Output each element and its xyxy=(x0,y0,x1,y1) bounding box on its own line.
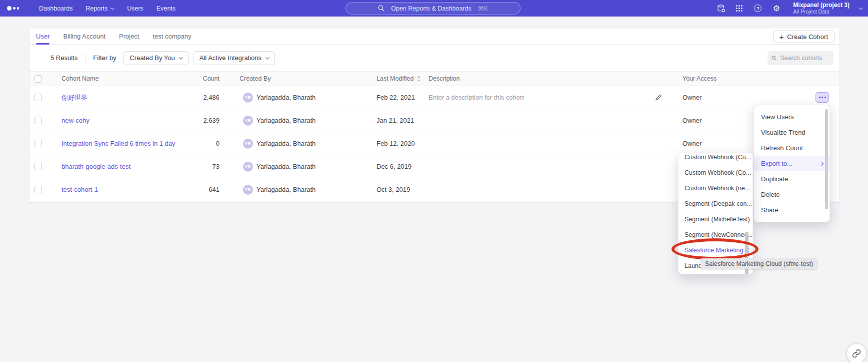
menu-item-export-to[interactable]: Export to... xyxy=(754,156,830,171)
cohort-name-link[interactable]: new-cohy xyxy=(62,117,90,124)
menu-item-duplicate[interactable]: Duplicate xyxy=(754,171,830,187)
submenu-item-custom-webhook-1[interactable]: Custom Webhook (Cu... xyxy=(678,153,752,165)
settings-gear-icon[interactable]: ⚙ xyxy=(772,4,781,13)
export-submenu: Custom Webhook (Cu... Custom Webhook (Co… xyxy=(678,153,753,274)
data-management-icon[interactable] xyxy=(716,4,726,13)
table-row: Integration Sync Failed 6 times in 1 day… xyxy=(30,132,840,155)
tab-user[interactable]: User xyxy=(36,29,50,44)
menu-item-delete[interactable]: Delete xyxy=(754,187,830,202)
row-checkbox[interactable] xyxy=(34,140,42,147)
menu-scrollbar[interactable] xyxy=(825,109,828,209)
submenu-item-segment-2[interactable]: Segment (MichelleTest) xyxy=(678,211,752,227)
divider xyxy=(85,54,86,63)
cohort-name-link[interactable]: 你好世界 xyxy=(62,93,88,102)
header-description: Description xyxy=(428,72,460,86)
header-last-modified[interactable]: Last Modified xyxy=(376,72,421,86)
project-scope: All Project Data xyxy=(793,9,850,15)
avatar: YB xyxy=(243,93,253,103)
sort-icon xyxy=(416,76,421,82)
menu-item-view-users[interactable]: View Users xyxy=(754,109,830,125)
apps-grid-icon[interactable] xyxy=(734,4,744,13)
search-cohorts-input[interactable] xyxy=(780,55,830,62)
results-count: 5 Results xyxy=(50,54,78,62)
search-icon xyxy=(772,55,776,61)
create-cohort-button[interactable]: + Create Cohort xyxy=(773,31,834,43)
project-name: Mixpanel (project 3) xyxy=(793,2,850,9)
created-by-filter-label: Created By You xyxy=(130,54,174,62)
header-your-access: Your Access xyxy=(682,72,716,86)
submenu-item-segment-1[interactable]: Segment (Deepak con... xyxy=(678,196,752,211)
cohort-modified: Feb 22, 2021 xyxy=(376,86,415,109)
chevron-right-icon xyxy=(820,161,824,165)
mixpanel-logo-icon[interactable] xyxy=(7,6,19,11)
nav-dashboards[interactable]: Dashboards xyxy=(39,5,72,12)
chevron-down-icon xyxy=(179,55,183,59)
nav-events[interactable]: Events xyxy=(156,5,176,12)
avatar: YB xyxy=(243,162,253,172)
cohort-creator: Yarlagadda, Bharath xyxy=(256,86,316,109)
integrations-filter-label: All Active Integrations xyxy=(200,54,262,62)
cohort-modified: Feb 12, 2020 xyxy=(376,132,415,155)
cohort-count: 2,486 xyxy=(170,86,220,109)
row-checkbox[interactable] xyxy=(34,186,42,193)
top-nav: Dashboards Reports Users Events Open Rep… xyxy=(0,0,868,17)
chevron-down-icon xyxy=(266,55,270,59)
cohort-creator: Yarlagadda, Bharath xyxy=(256,178,316,201)
table-header: Cohort Name Count Created By Last Modifi… xyxy=(30,71,840,86)
nav-users[interactable]: Users xyxy=(127,5,144,12)
avatar: YB xyxy=(243,139,253,149)
cohort-creator: Yarlagadda, Bharath xyxy=(256,132,316,155)
header-count: Count xyxy=(170,72,220,86)
nav-reports-label: Reports xyxy=(86,5,108,12)
search-cohorts-box[interactable] xyxy=(768,51,834,65)
nav-reports[interactable]: Reports xyxy=(86,5,114,12)
cohort-name-link[interactable]: Integration Sync Failed 6 times in 1 day xyxy=(62,140,176,147)
row-actions-button[interactable] xyxy=(816,92,829,103)
cohort-modified: Oct 3, 2019 xyxy=(376,178,410,201)
link-icon xyxy=(852,349,861,358)
submenu-item-custom-webhook-2[interactable]: Custom Webhook (Co... xyxy=(678,165,752,180)
created-by-filter[interactable]: Created By You xyxy=(124,51,188,65)
submenu-item-salesforce-marketing-cloud[interactable]: Salesforce Marketing C... xyxy=(678,242,752,258)
integrations-filter[interactable]: All Active Integrations xyxy=(194,51,275,65)
cohort-creator: Yarlagadda, Bharath xyxy=(256,155,316,178)
global-search-bar[interactable]: Open Reports & Dashboards ⌘K xyxy=(346,2,520,15)
cohort-modified: Dec 6, 2019 xyxy=(376,155,412,178)
plus-icon: + xyxy=(780,33,784,41)
search-icon xyxy=(378,5,384,12)
cohort-name-link[interactable]: test-cohort-1 xyxy=(62,186,98,193)
select-all-checkbox[interactable] xyxy=(34,75,42,83)
share-link-floating-button[interactable] xyxy=(847,344,866,362)
search-shortcut: ⌘K xyxy=(478,5,488,12)
edit-description-icon[interactable] xyxy=(654,86,662,109)
menu-item-refresh-count[interactable]: Refresh Count xyxy=(754,140,830,156)
header-cohort-name: Cohort Name xyxy=(62,72,98,86)
tab-test-company[interactable]: test company xyxy=(152,29,191,44)
cohort-modified: Jan 21, 2021 xyxy=(376,109,414,132)
row-checkbox[interactable] xyxy=(34,163,42,170)
global-search-placeholder: Open Reports & Dashboards xyxy=(391,5,472,12)
cohort-name-link[interactable]: bharath-google-ads-test xyxy=(62,163,130,170)
cohort-type-tabs: User Billing Account Project test compan… xyxy=(30,29,840,45)
access-label: Owner xyxy=(682,132,702,155)
row-checkbox[interactable] xyxy=(34,94,42,101)
description-placeholder[interactable]: Enter a description for this cohort xyxy=(428,86,524,109)
filter-by-label: Filter by xyxy=(93,54,116,62)
table-row: new-cohy 2,639 YB Yarlagadda, Bharath Ja… xyxy=(30,109,840,132)
header-created-by: Created By xyxy=(240,72,271,86)
salesforce-tooltip: Salesforce Marketing Cloud (sfmc-test) xyxy=(700,258,818,269)
create-cohort-label: Create Cohort xyxy=(787,33,828,41)
tab-billing-account[interactable]: Billing Account xyxy=(63,29,106,44)
help-icon[interactable]: ? xyxy=(753,4,762,13)
submenu-item-custom-webhook-3[interactable]: Custom Webhook (ne... xyxy=(678,180,752,196)
avatar: YB xyxy=(243,116,253,126)
tab-project[interactable]: Project xyxy=(119,29,139,44)
access-label: Owner xyxy=(682,86,702,109)
menu-item-visualize-trend[interactable]: Visualize Trend xyxy=(754,125,830,140)
chevron-down-icon xyxy=(110,6,114,10)
row-checkbox[interactable] xyxy=(34,117,42,124)
submenu-item-segment-3[interactable]: Segment (NewConnec... xyxy=(678,227,752,242)
cohort-count: 73 xyxy=(170,155,220,178)
menu-item-share[interactable]: Share xyxy=(754,202,830,218)
project-selector[interactable]: Mixpanel (project 3) All Project Data xyxy=(793,2,850,15)
